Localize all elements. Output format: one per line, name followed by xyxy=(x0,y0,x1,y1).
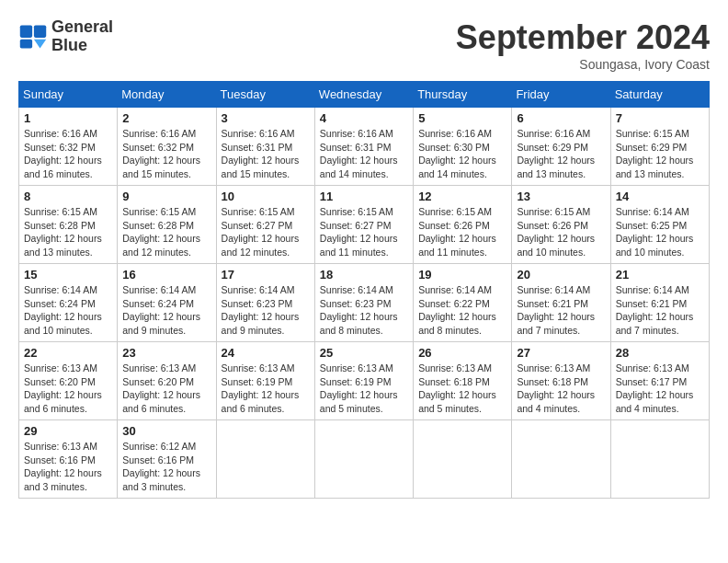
day-info: Sunrise: 6:16 AM Sunset: 6:31 PM Dayligh… xyxy=(222,127,310,181)
day-number: 26 xyxy=(418,346,506,360)
weekday-header-sunday: Sunday xyxy=(19,82,118,108)
day-info: Sunrise: 6:13 AM Sunset: 6:16 PM Dayligh… xyxy=(24,440,112,494)
day-info: Sunrise: 6:14 AM Sunset: 6:23 PM Dayligh… xyxy=(320,283,408,338)
calendar-cell: 11Sunrise: 6:15 AM Sunset: 6:27 PM Dayli… xyxy=(314,186,413,264)
calendar-cell: 13Sunrise: 6:15 AM Sunset: 6:26 PM Dayli… xyxy=(512,186,610,264)
week-row-2: 8Sunrise: 6:15 AM Sunset: 6:28 PM Daylig… xyxy=(19,186,710,264)
title-block: September 2024 Soungasa, Ivory Coast xyxy=(456,18,710,72)
calendar-cell: 10Sunrise: 6:15 AM Sunset: 6:27 PM Dayli… xyxy=(216,186,314,264)
svg-rect-1 xyxy=(34,25,46,37)
week-row-4: 22Sunrise: 6:13 AM Sunset: 6:20 PM Dayli… xyxy=(19,342,710,420)
day-number: 5 xyxy=(418,111,506,125)
calendar-cell: 8Sunrise: 6:15 AM Sunset: 6:28 PM Daylig… xyxy=(19,186,118,264)
month-title: September 2024 xyxy=(456,18,710,57)
calendar-cell: 16Sunrise: 6:14 AM Sunset: 6:24 PM Dayli… xyxy=(118,264,216,342)
weekday-header-monday: Monday xyxy=(118,82,216,108)
day-info: Sunrise: 6:14 AM Sunset: 6:25 PM Dayligh… xyxy=(616,205,704,259)
calendar-cell: 12Sunrise: 6:15 AM Sunset: 6:26 PM Dayli… xyxy=(414,186,512,264)
weekday-header-tuesday: Tuesday xyxy=(216,82,314,108)
day-info: Sunrise: 6:16 AM Sunset: 6:32 PM Dayligh… xyxy=(24,127,112,181)
day-number: 19 xyxy=(418,268,506,282)
calendar-cell: 21Sunrise: 6:14 AM Sunset: 6:21 PM Dayli… xyxy=(610,264,709,342)
day-number: 2 xyxy=(122,111,210,125)
weekday-header-wednesday: Wednesday xyxy=(314,82,413,108)
day-info: Sunrise: 6:13 AM Sunset: 6:18 PM Dayligh… xyxy=(418,362,506,416)
calendar-cell: 22Sunrise: 6:13 AM Sunset: 6:20 PM Dayli… xyxy=(19,342,118,420)
day-info: Sunrise: 6:14 AM Sunset: 6:23 PM Dayligh… xyxy=(222,283,310,338)
calendar-cell: 23Sunrise: 6:13 AM Sunset: 6:20 PM Dayli… xyxy=(118,342,216,420)
day-info: Sunrise: 6:15 AM Sunset: 6:28 PM Dayligh… xyxy=(24,205,112,259)
calendar-cell xyxy=(610,420,709,499)
calendar-cell: 26Sunrise: 6:13 AM Sunset: 6:18 PM Dayli… xyxy=(414,342,512,420)
calendar-cell: 3Sunrise: 6:16 AM Sunset: 6:31 PM Daylig… xyxy=(216,108,314,186)
week-row-3: 15Sunrise: 6:14 AM Sunset: 6:24 PM Dayli… xyxy=(19,264,710,342)
day-number: 18 xyxy=(320,268,408,282)
day-number: 20 xyxy=(517,268,605,282)
day-info: Sunrise: 6:14 AM Sunset: 6:21 PM Dayligh… xyxy=(517,283,605,338)
calendar-cell: 30Sunrise: 6:12 AM Sunset: 6:16 PM Dayli… xyxy=(118,420,216,499)
day-number: 27 xyxy=(517,346,605,360)
calendar-cell: 14Sunrise: 6:14 AM Sunset: 6:25 PM Dayli… xyxy=(610,186,709,264)
day-number: 7 xyxy=(616,111,704,125)
day-info: Sunrise: 6:15 AM Sunset: 6:29 PM Dayligh… xyxy=(616,127,704,181)
calendar-table: SundayMondayTuesdayWednesdayThursdayFrid… xyxy=(18,81,710,499)
day-info: Sunrise: 6:14 AM Sunset: 6:24 PM Dayligh… xyxy=(24,283,112,338)
day-number: 22 xyxy=(24,346,112,360)
day-number: 25 xyxy=(320,346,408,360)
day-number: 1 xyxy=(24,111,112,125)
calendar-cell: 15Sunrise: 6:14 AM Sunset: 6:24 PM Dayli… xyxy=(19,264,118,342)
week-row-1: 1Sunrise: 6:16 AM Sunset: 6:32 PM Daylig… xyxy=(19,108,710,186)
calendar-cell xyxy=(512,420,610,499)
logo-line1: General xyxy=(51,18,113,37)
day-number: 29 xyxy=(24,424,112,438)
day-number: 15 xyxy=(24,268,112,282)
day-info: Sunrise: 6:14 AM Sunset: 6:21 PM Dayligh… xyxy=(616,283,704,338)
day-number: 16 xyxy=(122,268,210,282)
logo-icon xyxy=(18,22,48,52)
calendar-cell: 20Sunrise: 6:14 AM Sunset: 6:21 PM Dayli… xyxy=(512,264,610,342)
day-info: Sunrise: 6:15 AM Sunset: 6:28 PM Dayligh… xyxy=(122,205,210,259)
weekday-header-thursday: Thursday xyxy=(414,82,512,108)
calendar-cell: 6Sunrise: 6:16 AM Sunset: 6:29 PM Daylig… xyxy=(512,108,610,186)
day-info: Sunrise: 6:15 AM Sunset: 6:27 PM Dayligh… xyxy=(222,205,310,259)
calendar-cell: 17Sunrise: 6:14 AM Sunset: 6:23 PM Dayli… xyxy=(216,264,314,342)
day-number: 8 xyxy=(24,190,112,203)
calendar-cell: 27Sunrise: 6:13 AM Sunset: 6:18 PM Dayli… xyxy=(512,342,610,420)
day-info: Sunrise: 6:15 AM Sunset: 6:26 PM Dayligh… xyxy=(418,205,506,259)
calendar-cell: 4Sunrise: 6:16 AM Sunset: 6:31 PM Daylig… xyxy=(314,108,413,186)
day-info: Sunrise: 6:14 AM Sunset: 6:24 PM Dayligh… xyxy=(122,283,210,338)
day-number: 4 xyxy=(320,111,408,125)
day-number: 12 xyxy=(418,190,506,203)
day-number: 3 xyxy=(222,111,310,125)
svg-marker-3 xyxy=(34,39,46,48)
calendar-cell: 7Sunrise: 6:15 AM Sunset: 6:29 PM Daylig… xyxy=(610,108,709,186)
day-info: Sunrise: 6:15 AM Sunset: 6:27 PM Dayligh… xyxy=(320,205,408,259)
day-number: 10 xyxy=(222,190,310,203)
day-info: Sunrise: 6:16 AM Sunset: 6:32 PM Dayligh… xyxy=(122,127,210,181)
logo-line2: Blue xyxy=(51,37,113,55)
weekday-header-saturday: Saturday xyxy=(610,82,709,108)
day-info: Sunrise: 6:13 AM Sunset: 6:17 PM Dayligh… xyxy=(616,362,704,416)
week-row-5: 29Sunrise: 6:13 AM Sunset: 6:16 PM Dayli… xyxy=(19,420,710,499)
day-info: Sunrise: 6:13 AM Sunset: 6:19 PM Dayligh… xyxy=(222,362,310,416)
calendar-cell: 9Sunrise: 6:15 AM Sunset: 6:28 PM Daylig… xyxy=(118,186,216,264)
calendar-cell xyxy=(314,420,413,499)
day-number: 6 xyxy=(517,111,605,125)
calendar-cell: 25Sunrise: 6:13 AM Sunset: 6:19 PM Dayli… xyxy=(314,342,413,420)
calendar-cell: 24Sunrise: 6:13 AM Sunset: 6:19 PM Dayli… xyxy=(216,342,314,420)
calendar-cell: 18Sunrise: 6:14 AM Sunset: 6:23 PM Dayli… xyxy=(314,264,413,342)
page-header: General Blue September 2024 Soungasa, Iv… xyxy=(18,18,710,72)
day-number: 24 xyxy=(222,346,310,360)
day-info: Sunrise: 6:13 AM Sunset: 6:20 PM Dayligh… xyxy=(24,362,112,416)
day-number: 14 xyxy=(616,190,704,203)
calendar-cell: 19Sunrise: 6:14 AM Sunset: 6:22 PM Dayli… xyxy=(414,264,512,342)
day-number: 11 xyxy=(320,190,408,203)
day-info: Sunrise: 6:12 AM Sunset: 6:16 PM Dayligh… xyxy=(122,440,210,494)
day-number: 21 xyxy=(616,268,704,282)
day-number: 9 xyxy=(122,190,210,203)
svg-rect-2 xyxy=(20,39,32,48)
location-subtitle: Soungasa, Ivory Coast xyxy=(456,57,710,72)
day-info: Sunrise: 6:13 AM Sunset: 6:18 PM Dayligh… xyxy=(517,362,605,416)
day-number: 23 xyxy=(122,346,210,360)
logo: General Blue xyxy=(18,18,113,55)
